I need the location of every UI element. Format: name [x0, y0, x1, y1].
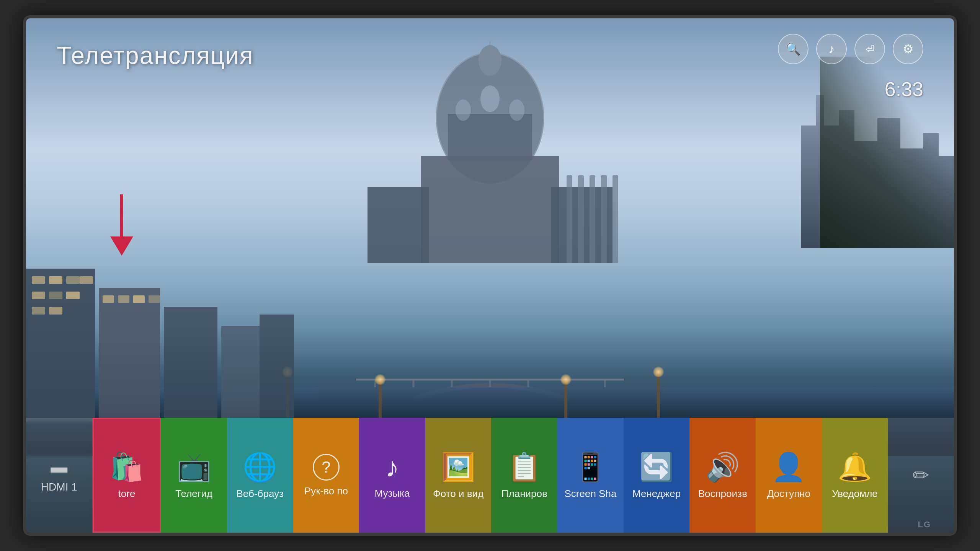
svg-rect-43 [221, 326, 260, 422]
edit-icon: ✏ [913, 464, 929, 487]
svg-rect-39 [118, 295, 129, 303]
svg-rect-38 [103, 295, 114, 303]
svg-rect-16 [601, 175, 607, 263]
svg-rect-33 [49, 292, 62, 299]
access-label: Доступно [759, 488, 818, 500]
svg-point-8 [509, 99, 524, 121]
svg-marker-46 [110, 236, 133, 256]
svg-point-7 [456, 99, 471, 121]
input-button[interactable]: ⏎ [854, 34, 885, 64]
svg-rect-42 [164, 307, 217, 422]
app-item-player[interactable]: 🔊 Воспроизв [689, 418, 756, 533]
app-item-hdmi1[interactable]: ▬ HDMI 1 [26, 418, 93, 533]
svg-rect-41 [149, 295, 160, 303]
music-label: Музыка [363, 487, 422, 499]
app-item-access[interactable]: 👤 Доступно [756, 418, 822, 533]
svg-rect-28 [32, 276, 45, 284]
browser-label: Веб-брауз [230, 488, 290, 500]
manager-label: Менеджер [627, 488, 686, 500]
svg-rect-40 [133, 295, 145, 303]
app-item-browser[interactable]: 🌐 Веб-брауз [227, 418, 293, 533]
svg-rect-32 [32, 292, 45, 299]
app-item-screenshare[interactable]: 📱 Screen Sha [557, 418, 624, 533]
settings-icon: ⚙ [903, 42, 914, 56]
photos-label: Фото и вид [428, 488, 488, 500]
store-label: tore [97, 488, 156, 500]
svg-rect-30 [66, 276, 80, 284]
svg-rect-37 [99, 288, 160, 422]
notif-label: Уведомле [825, 488, 884, 500]
planner-icon: 📋 [507, 451, 542, 483]
manager-icon: 🔄 [639, 451, 674, 483]
left-buildings-svg [26, 230, 294, 422]
time-display: 6:33 [885, 78, 923, 101]
search-button[interactable]: 🔍 [778, 34, 808, 64]
music-icon: ♪ [828, 42, 835, 56]
streetlight-2 [379, 380, 382, 418]
app-item-guide[interactable]: ? Рук-во по [293, 418, 359, 533]
screenshare-icon: 📱 [573, 451, 608, 483]
settings-button[interactable]: ⚙ [893, 34, 923, 64]
streetlight-3 [564, 380, 567, 418]
store-icon: 🛍️ [109, 451, 144, 483]
svg-rect-29 [49, 276, 62, 284]
music-button[interactable]: ♪ [816, 34, 847, 64]
guide-label: Рук-во по [296, 485, 356, 497]
app-item-photos[interactable]: 🖼️ Фото и вид [425, 418, 492, 533]
hdmi-icon: ▬ [51, 457, 67, 476]
app-item-notif[interactable]: 🔔 Уведомле [822, 418, 888, 533]
svg-rect-36 [49, 307, 62, 315]
search-icon: 🔍 [786, 42, 801, 56]
music-app-icon: ♪ [385, 452, 399, 483]
svg-point-6 [480, 85, 500, 112]
svg-rect-13 [567, 175, 572, 263]
streetlight-4 [657, 372, 660, 418]
app-bar: ▬ HDMI 1 🛍️ tore 📺 Телегид 🌐 Веб-брауз ? [26, 418, 954, 533]
svg-rect-31 [80, 276, 93, 284]
page-title: Телетрансляция [57, 41, 254, 70]
lg-logo: LG [918, 520, 931, 530]
app-item-music[interactable]: ♪ Музыка [359, 418, 425, 533]
svg-rect-2 [448, 114, 532, 160]
photos-icon: 🖼️ [441, 451, 475, 483]
teleguide-label: Телегид [164, 488, 224, 500]
top-buttons: 🔍 ♪ ⏎ ⚙ [778, 34, 923, 64]
tv-screen: Телетрансляция 🔍 ♪ ⏎ ⚙ 6:33 [26, 18, 954, 533]
svg-rect-15 [590, 175, 595, 263]
notif-icon: 🔔 [838, 451, 872, 483]
svg-rect-3 [421, 156, 559, 263]
access-icon: 👤 [771, 451, 806, 483]
hdmi1-label: HDMI 1 [29, 481, 89, 493]
app-item-teleguide[interactable]: 📺 Телегид [161, 418, 227, 533]
svg-rect-35 [32, 307, 45, 315]
app-item-planner[interactable]: 📋 Планиров [491, 418, 557, 533]
tv-frame: Телетрансляция 🔍 ♪ ⏎ ⚙ 6:33 [23, 15, 957, 536]
planner-label: Планиров [495, 488, 554, 500]
arrow-indicator [103, 194, 141, 256]
svg-rect-4 [368, 187, 429, 263]
svg-point-9 [479, 45, 501, 76]
svg-rect-17 [612, 175, 618, 263]
cathedral-svg [337, 41, 643, 290]
teleguide-icon: 📺 [177, 451, 211, 483]
app-item-manager[interactable]: 🔄 Менеджер [624, 418, 690, 533]
svg-rect-44 [260, 315, 294, 422]
app-item-store[interactable]: 🛍️ tore [93, 418, 161, 533]
player-icon: 🔊 [706, 451, 740, 483]
screenshare-label: Screen Sha [561, 488, 620, 500]
svg-rect-14 [578, 175, 584, 263]
player-label: Воспроизв [693, 488, 752, 500]
svg-rect-34 [66, 292, 80, 299]
browser-icon: 🌐 [243, 451, 277, 483]
app-item-edit[interactable]: ✏ [888, 418, 954, 533]
guide-icon: ? [313, 454, 340, 481]
input-icon: ⏎ [866, 43, 874, 55]
